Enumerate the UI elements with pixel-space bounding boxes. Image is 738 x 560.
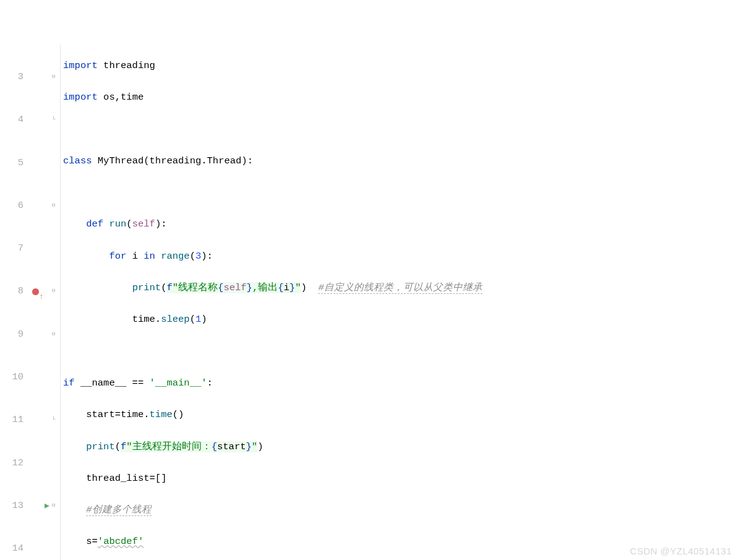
code-line[interactable]: print(f"线程名称{self},输出{i}") #自定义的线程类，可以从父… (63, 278, 738, 298)
line-number[interactable]: 10 (0, 367, 24, 387)
fold-end-icon: └ (52, 410, 55, 430)
code-area[interactable]: import threading import os,time class My… (61, 45, 738, 560)
code-line[interactable]: thread_list=[] (63, 468, 738, 489)
code-line[interactable] (63, 342, 738, 362)
fold-expand-icon[interactable]: ⊟ (52, 324, 55, 345)
fold-expand-icon[interactable]: ⊟ (52, 281, 55, 301)
code-editor[interactable]: 3 4 5 6 7 8 9 10 11 12 13 14 15 16 17 18… (0, 45, 738, 560)
line-number[interactable]: 12 (0, 453, 24, 473)
code-line[interactable]: import os,time (63, 87, 738, 108)
code-line[interactable]: for i in range(3): (63, 246, 738, 267)
line-number[interactable]: 7 (0, 238, 24, 259)
line-number[interactable]: 13 (0, 496, 24, 516)
code-line[interactable]: class MyThread(threading.Thread): (63, 151, 738, 171)
code-line[interactable]: start=time.time() (63, 405, 738, 425)
line-number[interactable]: 14 (0, 538, 24, 559)
fold-gutter: ⊟ └ ⊟ ⊟ ⊟ └ ⊟ ⊟ └ ⊟ └ └ (52, 45, 61, 560)
code-line[interactable] (63, 183, 738, 203)
arrow-up-icon: ↑ (39, 287, 43, 308)
line-number[interactable]: 9 (0, 324, 24, 345)
breakpoint-gutter[interactable]: ↑ (28, 45, 42, 560)
line-number[interactable]: 5 (0, 153, 24, 173)
code-line[interactable]: #创建多个线程 (63, 500, 738, 520)
code-line[interactable] (63, 119, 738, 140)
code-line[interactable]: time.sleep(1) (63, 309, 738, 330)
code-line[interactable]: def run(self): (63, 214, 738, 235)
fold-expand-icon[interactable]: ⊟ (52, 196, 55, 216)
line-number[interactable]: 8 (0, 281, 24, 301)
code-line[interactable]: if __name__ == '__main__': (63, 373, 738, 394)
fold-expand-icon[interactable]: ⊟ (52, 67, 55, 87)
watermark: CSDN @YZL40514131 (630, 546, 732, 556)
fold-expand-icon[interactable]: ⊟ (52, 496, 55, 516)
line-number[interactable]: 11 (0, 410, 24, 430)
code-line[interactable]: import threading (63, 56, 738, 76)
run-icon[interactable]: ▶ (45, 496, 49, 516)
line-number-gutter: 3 4 5 6 7 8 9 10 11 12 13 14 15 16 17 18… (0, 45, 28, 560)
line-number[interactable]: 4 (0, 110, 24, 130)
line-number[interactable]: 6 (0, 196, 24, 216)
fold-end-icon: └ (52, 110, 55, 130)
code-line[interactable]: print(f"主线程开始时间：{start}") (63, 437, 738, 457)
line-number[interactable]: 3 (0, 67, 24, 87)
breakpoint-icon[interactable]: ↑ (32, 288, 39, 295)
